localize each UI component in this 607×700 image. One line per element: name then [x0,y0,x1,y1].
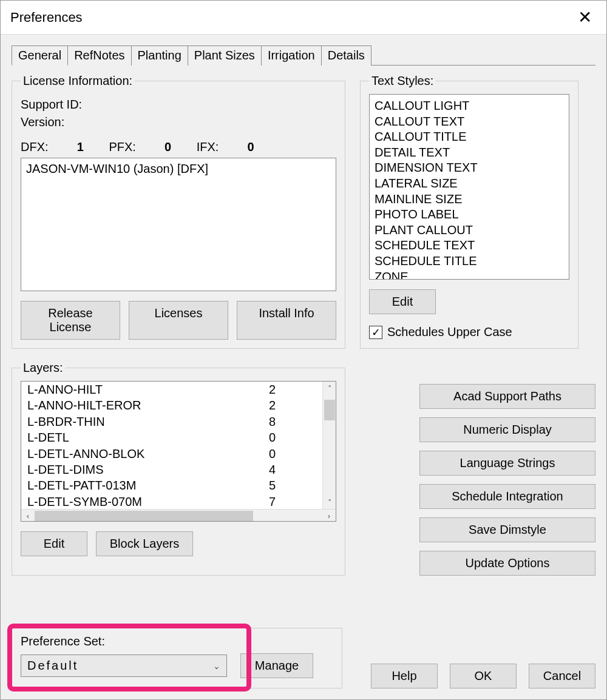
list-item[interactable]: ZONE [375,269,564,280]
list-item[interactable]: CALLOUT LIGHT [375,98,564,114]
scroll-up-icon[interactable]: ˄ [323,382,336,395]
scroll-left-icon[interactable]: ‹ [21,510,35,522]
tab-irrigation[interactable]: Irrigation [261,45,322,66]
license-counts: DFX: 1 PFX: 0 IFX: 0 [21,140,336,154]
table-row[interactable]: L-DETL-ANNO-BLOK0 [21,446,336,462]
update-options-button[interactable]: Update Options [419,551,595,576]
help-button[interactable]: Help [371,664,438,688]
layers-listbox[interactable]: L-ANNO-HILT2 L-ANNO-HILT-EROR2 L-BRDR-TH… [21,381,336,522]
license-group: License Information: Support ID: Version… [12,74,345,349]
scroll-down-icon[interactable]: ˅ [323,496,336,509]
language-strings-button[interactable]: Language Strings [419,451,595,476]
chevron-down-icon: ⌄ [213,661,220,671]
list-item[interactable]: SCHEDULE TEXT [375,238,564,254]
licenses-button[interactable]: Licenses [129,301,228,340]
install-info-button[interactable]: Install Info [237,301,336,340]
tab-plant-sizes[interactable]: Plant Sizes [188,45,262,66]
table-row[interactable]: L-ANNO-HILT2 [21,382,336,397]
layers-vscrollbar[interactable]: ˄ ˅ [322,382,336,509]
list-item[interactable]: MAINLINE SIZE [375,192,564,207]
text-styles-edit-button[interactable]: Edit [369,289,436,314]
preference-set-label: Preference Set: [21,634,333,648]
scroll-thumb[interactable] [324,400,335,420]
layers-group: Layers: L-ANNO-HILT2 L-ANNO-HILT-EROR2 L… [12,361,345,576]
block-layers-button[interactable]: Block Layers [96,531,193,556]
acad-support-paths-button[interactable]: Acad Support Paths [419,384,595,409]
preference-set-group: Preference Set: Default ⌄ Manage [12,628,342,688]
table-row[interactable]: L-DETL-PATT-013M5 [21,477,336,493]
manage-button[interactable]: Manage [240,653,313,678]
support-id-label: Support ID: [21,98,336,112]
text-styles-group: Text Styles: CALLOUT LIGHT CALLOUT TEXT … [360,74,578,349]
table-row[interactable]: L-BRDR-THIN8 [21,414,336,429]
save-dimstyle-button[interactable]: Save Dimstyle [419,517,595,542]
window-title: Preferences [10,10,83,25]
scroll-right-icon[interactable]: › [322,510,336,522]
text-styles-legend: Text Styles: [369,74,436,88]
license-legend: License Information: [21,74,135,88]
license-entry[interactable]: JASON-VM-WIN10 (Jason) [DFX] [26,162,331,176]
schedules-upper-label: Schedules Upper Case [387,325,512,339]
list-item[interactable]: DETAIL TEXT [375,145,564,161]
scroll-thumb[interactable] [35,511,253,522]
numeric-display-button[interactable]: Numeric Display [419,417,595,442]
list-item[interactable]: SCHEDULE TITLE [375,254,564,269]
list-item[interactable]: CALLOUT TEXT [375,114,564,130]
schedule-integration-button[interactable]: Schedule Integration [419,484,595,509]
version-label: Version: [21,115,336,129]
tab-planting[interactable]: Planting [131,45,188,66]
cancel-button[interactable]: Cancel [529,664,595,688]
table-row[interactable]: L-DETL-SYMB-070M7 [21,494,336,509]
close-icon[interactable]: ✕ [573,5,597,30]
right-buttons: Acad Support Paths Numeric Display Langu… [419,384,595,576]
license-listbox[interactable]: JASON-VM-WIN10 (Jason) [DFX] [21,158,336,291]
preference-set-combo[interactable]: Default ⌄ [21,655,227,677]
layers-hscrollbar[interactable]: ‹ › [21,509,336,522]
list-item[interactable]: DIMENSION TEXT [375,160,564,176]
list-item[interactable]: PHOTO LABEL [375,207,564,223]
text-styles-listbox[interactable]: CALLOUT LIGHT CALLOUT TEXT CALLOUT TITLE… [369,94,569,280]
tab-refnotes[interactable]: RefNotes [67,45,131,66]
list-item[interactable]: LATERAL SIZE [375,176,564,192]
layers-legend: Layers: [21,361,66,375]
tab-details[interactable]: Details [321,45,371,66]
ok-button[interactable]: OK [450,664,517,688]
table-row[interactable]: L-DETL-DIMS4 [21,462,336,477]
table-row[interactable]: L-ANNO-HILT-EROR2 [21,397,336,413]
schedules-upper-checkbox[interactable]: ✓ [369,326,382,339]
tab-bar: General RefNotes Planting Plant Sizes Ir… [12,45,595,66]
tab-general[interactable]: General [12,45,68,66]
preference-set-value: Default [27,659,78,673]
layers-edit-button[interactable]: Edit [21,531,87,556]
list-item[interactable]: PLANT CALLOUT [375,223,564,238]
table-row[interactable]: L-DETL0 [21,429,336,445]
release-license-button[interactable]: Release License [21,301,120,340]
list-item[interactable]: CALLOUT TITLE [375,129,564,145]
